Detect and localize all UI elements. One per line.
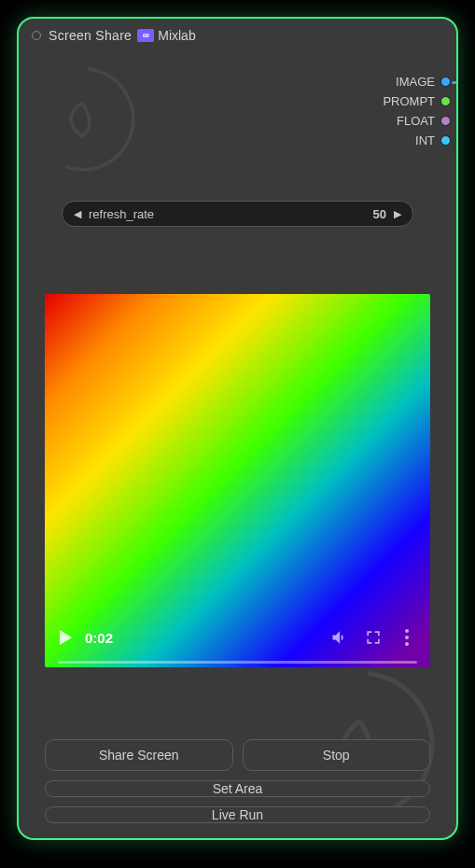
set-area-button[interactable]: Set Area [45, 780, 430, 797]
output-image[interactable]: IMAGE [396, 75, 453, 89]
video-preview[interactable]: 0:02 [45, 294, 430, 667]
port-icon[interactable] [440, 116, 451, 126]
output-label: IMAGE [396, 75, 435, 89]
output-label: PROMPT [383, 94, 435, 108]
video-progress[interactable] [58, 661, 417, 664]
infinity-badge-icon: ∞ [137, 29, 154, 42]
param-value: 50 [373, 207, 386, 221]
output-label: FLOAT [397, 114, 435, 128]
fullscreen-icon[interactable] [363, 627, 384, 648]
badge-label: Mixlab [158, 28, 195, 43]
output-ports: IMAGE PROMPT FLOAT INT [383, 75, 456, 147]
param-label: refresh_rate [89, 207, 154, 221]
video-controls: 0:02 [45, 617, 430, 667]
node-title: Screen Share [49, 28, 132, 43]
volume-icon[interactable] [329, 627, 350, 648]
more-options-icon[interactable] [397, 627, 417, 648]
port-icon[interactable] [440, 77, 451, 87]
action-buttons: Share Screen Stop Set Area Live Run [45, 739, 430, 823]
increment-arrow-icon[interactable]: ▶ [390, 208, 405, 220]
refresh-rate-field[interactable]: ◀ refresh_rate 50 ▶ [62, 201, 413, 227]
port-icon[interactable] [440, 135, 451, 146]
node-panel: Screen Share ∞ Mixlab IMAGE PROMPT FLOAT… [17, 17, 458, 840]
output-float[interactable]: FLOAT [397, 114, 453, 128]
output-label: INT [415, 133, 435, 147]
play-icon[interactable] [60, 630, 72, 645]
share-screen-button[interactable]: Share Screen [45, 739, 233, 771]
live-run-button[interactable]: Live Run [45, 806, 430, 823]
node-header: Screen Share ∞ Mixlab [19, 19, 456, 49]
decrement-arrow-icon[interactable]: ◀ [70, 208, 85, 220]
decorative-swirl-icon [32, 63, 144, 175]
output-int[interactable]: INT [415, 133, 453, 147]
video-time: 0:02 [85, 630, 113, 646]
collapse-toggle-icon[interactable] [32, 31, 41, 40]
stop-button[interactable]: Stop [243, 739, 431, 771]
output-prompt[interactable]: PROMPT [383, 94, 453, 108]
port-icon[interactable] [440, 96, 451, 106]
